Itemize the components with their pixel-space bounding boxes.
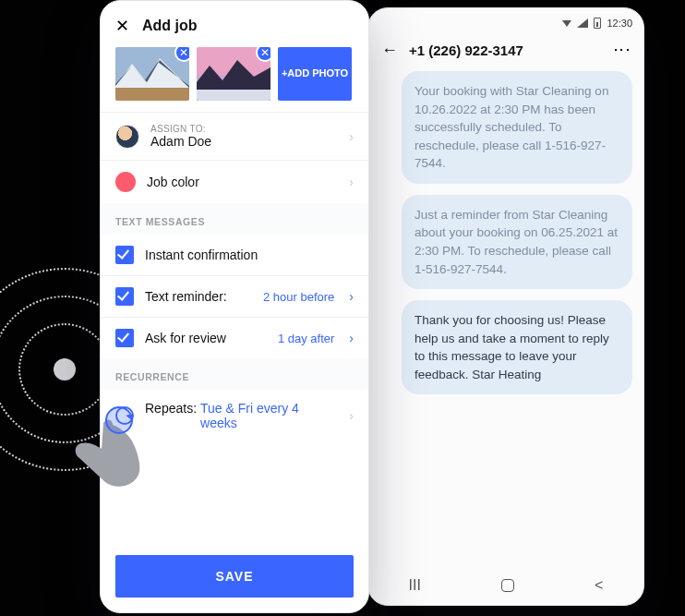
assign-row[interactable]: ASSIGN TO: Adam Doe ›	[101, 113, 368, 160]
svg-rect-7	[197, 90, 270, 101]
add-job-phone: ✕ Add job ✕ ✕ +ADD PHOTO A	[100, 0, 369, 613]
job-color-label: Job color	[147, 175, 338, 189]
photo-thumb[interactable]: ✕	[197, 47, 270, 101]
checkbox-checked-icon[interactable]	[115, 246, 134, 264]
repeats-value: Tue & Fri every 4 weeks	[200, 401, 338, 430]
repeats-label: Repeats:	[145, 401, 197, 430]
nav-recents-icon[interactable]: III	[409, 577, 421, 594]
photo-row: ✕ ✕ +ADD PHOTO	[101, 47, 368, 112]
nav-home-icon[interactable]	[501, 579, 514, 592]
sms-phone: 12:30 ← +1 (226) 922-3147 ⋮ Your booking…	[367, 7, 644, 606]
repeats-row[interactable]: Repeats: Tue & Fri every 4 weeks ›	[101, 390, 368, 441]
add-photo-button[interactable]: +ADD PHOTO	[278, 47, 352, 101]
back-icon[interactable]: ←	[381, 42, 398, 58]
chevron-right-icon: ›	[349, 289, 354, 304]
repeat-icon	[115, 406, 134, 425]
sms-bubble: Just a reminder from Star Cleaning about…	[402, 195, 632, 289]
signal-icon	[577, 18, 588, 28]
sms-bubble: Your booking with Star Cleaning on 10.26…	[402, 71, 632, 184]
option-label: Instant confirmation	[145, 248, 354, 262]
contact-name: +1 (226) 922-3147	[409, 42, 603, 58]
chevron-right-icon: ›	[349, 129, 354, 144]
section-text-messages: TEXT MESSAGES	[101, 203, 368, 235]
clock: 12:30	[607, 18, 632, 29]
chevron-right-icon: ›	[349, 175, 354, 189]
save-button[interactable]: SAVE	[115, 555, 354, 598]
more-icon[interactable]: ⋮	[614, 42, 631, 58]
status-bar: 12:30	[368, 8, 643, 34]
android-nav: III <	[368, 566, 643, 605]
svg-rect-3	[115, 88, 189, 101]
page-title: Add job	[142, 18, 198, 34]
message-list: Your booking with Star Cleaning on 10.26…	[368, 67, 643, 566]
option-value[interactable]: 2 hour before	[263, 290, 334, 304]
assign-label: ASSIGN TO:	[150, 124, 338, 134]
sms-bubble: Thank you for choosing us! Please help u…	[402, 300, 632, 394]
battery-icon	[594, 18, 601, 29]
sms-header: ← +1 (226) 922-3147 ⋮	[368, 34, 643, 67]
option-label: Ask for review	[145, 331, 267, 345]
chevron-right-icon: ›	[349, 408, 354, 423]
instant-confirmation-row[interactable]: Instant confirmation	[101, 235, 368, 275]
color-swatch	[115, 172, 136, 192]
checkbox-checked-icon[interactable]	[115, 287, 134, 306]
wifi-icon	[562, 20, 571, 27]
chevron-right-icon: ›	[349, 331, 354, 345]
assignee-name: Adam Doe	[150, 134, 338, 149]
option-value[interactable]: 1 day after	[278, 332, 334, 345]
option-label: Text reminder:	[145, 289, 252, 304]
photo-thumb[interactable]: ✕	[115, 47, 189, 101]
nav-back-icon[interactable]: <	[595, 577, 603, 594]
add-job-header: ✕ Add job	[101, 1, 368, 47]
ask-review-row[interactable]: Ask for review 1 day after ›	[101, 318, 368, 358]
text-reminder-row[interactable]: Text reminder: 2 hour before ›	[101, 276, 368, 317]
avatar	[115, 125, 139, 149]
checkbox-checked-icon[interactable]	[115, 329, 134, 347]
close-icon[interactable]: ✕	[115, 16, 129, 36]
section-recurrence: RECURRENCE	[101, 358, 368, 390]
job-color-row[interactable]: Job color ›	[101, 161, 368, 203]
